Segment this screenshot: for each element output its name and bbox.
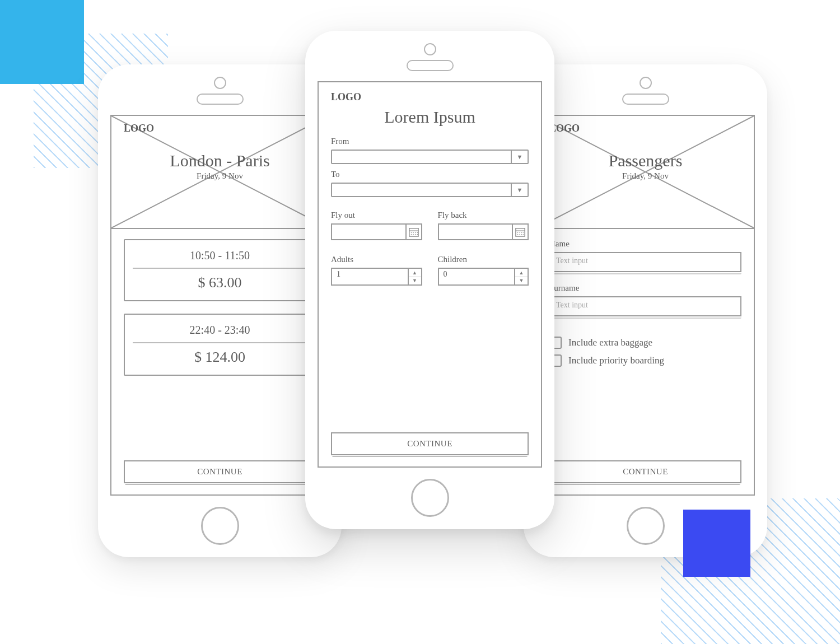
screen-flights: LOGO London - Paris Friday, 9 Nov 10:50 … [110,115,329,496]
continue-button[interactable]: CONTINUE [331,432,529,455]
page-title: Passengers [549,151,741,170]
screen-passengers: LOGO Passengers Friday, 9 Nov Name Text … [536,115,755,496]
home-button[interactable] [411,479,449,517]
from-dropdown[interactable]: ▼ [331,150,529,164]
page-title: London - Paris [124,151,316,170]
svg-point-12 [414,234,416,235]
svg-point-8 [414,232,416,233]
priority-checkbox[interactable]: Include priority boarding [549,354,741,367]
svg-point-22 [521,234,522,235]
phone-frame-search: LOGO Lorem Ipsum From ▼ To ▼ Fly out [305,31,554,529]
page-subtitle: Friday, 9 Nov [124,171,316,181]
stepper-up-icon[interactable]: ▲ [409,269,421,277]
phone-camera [640,77,652,89]
decorative-square-bottom [683,510,750,577]
flight-price: $ 124.00 [133,342,307,366]
svg-point-21 [519,234,520,235]
svg-point-16 [517,232,519,233]
screen-search: LOGO Lorem Ipsum From ▼ To ▼ Fly out [318,81,542,468]
svg-point-23 [523,234,524,235]
svg-point-7 [413,232,414,233]
svg-point-18 [521,232,522,233]
calendar-icon[interactable] [512,223,529,240]
page-title: Lorem Ipsum [331,108,529,127]
surname-label: Surname [549,283,741,293]
flyback-date-input[interactable] [438,223,529,240]
phone-camera [214,77,226,89]
phone-camera [424,43,436,55]
surname-input[interactable]: Text input [549,296,741,316]
flight-time: 10:50 - 11:50 [133,246,307,268]
svg-point-6 [410,232,412,233]
page-subtitle: Friday, 9 Nov [549,171,741,181]
flight-card[interactable]: 10:50 - 11:50 $ 63.00 [124,239,316,301]
flyout-date-input[interactable] [331,223,422,240]
phone-frame-passengers: LOGO Passengers Friday, 9 Nov Name Text … [524,64,767,557]
adults-stepper[interactable]: 1 ▲▼ [331,268,422,286]
adults-label: Adults [331,255,422,264]
to-dropdown[interactable]: ▼ [331,183,529,197]
phone-speaker [197,94,244,105]
logo-text: LOGO [124,123,316,134]
home-button[interactable] [627,507,665,545]
flyback-label: Fly back [438,211,529,220]
decorative-square-top [0,0,84,84]
priority-label: Include priority boarding [568,355,664,366]
continue-button[interactable]: CONTINUE [124,460,316,483]
chevron-down-icon: ▼ [511,184,528,196]
hero-image-placeholder: LOGO Passengers Friday, 9 Nov [537,116,754,229]
svg-point-13 [417,234,418,235]
name-label: Name [549,239,741,249]
flight-time: 22:40 - 23:40 [133,320,307,342]
children-value: 0 [439,269,515,284]
logo-text: LOGO [331,91,529,103]
flight-card[interactable]: 22:40 - 23:40 $ 124.00 [124,314,316,376]
children-label: Children [438,255,529,264]
phone-speaker [622,94,669,105]
to-label: To [331,170,529,179]
flight-price: $ 63.00 [133,268,307,291]
stepper-down-icon[interactable]: ▼ [409,277,421,285]
children-stepper[interactable]: 0 ▲▼ [438,268,529,286]
home-button[interactable] [201,507,239,545]
phone-speaker [407,60,454,71]
svg-point-20 [517,234,519,235]
svg-point-10 [410,234,412,235]
stepper-up-icon[interactable]: ▲ [515,269,528,277]
adults-value: 1 [332,269,408,284]
flyout-label: Fly out [331,211,422,220]
chevron-down-icon: ▼ [511,151,528,163]
svg-point-17 [519,232,520,233]
calendar-icon[interactable] [405,223,422,240]
stepper-down-icon[interactable]: ▼ [515,277,528,285]
svg-point-11 [413,234,414,235]
continue-button[interactable]: CONTINUE [549,460,741,483]
name-input[interactable]: Text input [549,252,741,272]
wireframe-mockup: LOGO London - Paris Friday, 9 Nov 10:50 … [0,0,840,644]
from-label: From [331,137,529,146]
hero-image-placeholder: LOGO London - Paris Friday, 9 Nov [111,116,328,229]
svg-point-9 [417,232,418,233]
svg-point-19 [523,232,524,233]
baggage-checkbox[interactable]: Include extra baggage [549,337,741,349]
baggage-label: Include extra baggage [568,337,652,348]
logo-text: LOGO [549,123,741,134]
